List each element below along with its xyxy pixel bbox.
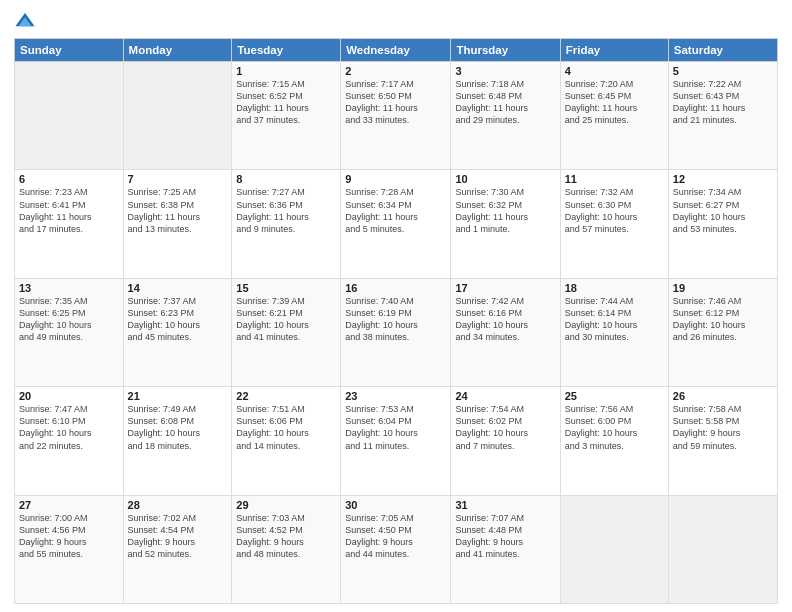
- cell-content: Sunrise: 7:15 AM Sunset: 6:52 PM Dayligh…: [236, 78, 336, 127]
- calendar-cell: 1Sunrise: 7:15 AM Sunset: 6:52 PM Daylig…: [232, 62, 341, 170]
- day-number: 4: [565, 65, 664, 77]
- calendar-cell: [560, 495, 668, 603]
- cell-content: Sunrise: 7:27 AM Sunset: 6:36 PM Dayligh…: [236, 186, 336, 235]
- cell-content: Sunrise: 7:18 AM Sunset: 6:48 PM Dayligh…: [455, 78, 555, 127]
- day-number: 10: [455, 173, 555, 185]
- day-header-friday: Friday: [560, 39, 668, 62]
- calendar-cell: 7Sunrise: 7:25 AM Sunset: 6:38 PM Daylig…: [123, 170, 232, 278]
- cell-content: Sunrise: 7:51 AM Sunset: 6:06 PM Dayligh…: [236, 403, 336, 452]
- calendar-cell: 12Sunrise: 7:34 AM Sunset: 6:27 PM Dayli…: [668, 170, 777, 278]
- calendar-cell: [15, 62, 124, 170]
- day-number: 5: [673, 65, 773, 77]
- day-number: 28: [128, 499, 228, 511]
- calendar-cell: 26Sunrise: 7:58 AM Sunset: 5:58 PM Dayli…: [668, 387, 777, 495]
- calendar-cell: 15Sunrise: 7:39 AM Sunset: 6:21 PM Dayli…: [232, 278, 341, 386]
- cell-content: Sunrise: 7:44 AM Sunset: 6:14 PM Dayligh…: [565, 295, 664, 344]
- cell-content: Sunrise: 7:39 AM Sunset: 6:21 PM Dayligh…: [236, 295, 336, 344]
- calendar-cell: 31Sunrise: 7:07 AM Sunset: 4:48 PM Dayli…: [451, 495, 560, 603]
- cell-content: Sunrise: 7:07 AM Sunset: 4:48 PM Dayligh…: [455, 512, 555, 561]
- day-number: 11: [565, 173, 664, 185]
- cell-content: Sunrise: 7:37 AM Sunset: 6:23 PM Dayligh…: [128, 295, 228, 344]
- day-number: 8: [236, 173, 336, 185]
- day-number: 20: [19, 390, 119, 402]
- week-row-3: 13Sunrise: 7:35 AM Sunset: 6:25 PM Dayli…: [15, 278, 778, 386]
- calendar-cell: [668, 495, 777, 603]
- cell-content: Sunrise: 7:40 AM Sunset: 6:19 PM Dayligh…: [345, 295, 446, 344]
- day-number: 18: [565, 282, 664, 294]
- cell-content: Sunrise: 7:17 AM Sunset: 6:50 PM Dayligh…: [345, 78, 446, 127]
- day-number: 30: [345, 499, 446, 511]
- day-number: 24: [455, 390, 555, 402]
- calendar-cell: 20Sunrise: 7:47 AM Sunset: 6:10 PM Dayli…: [15, 387, 124, 495]
- day-number: 1: [236, 65, 336, 77]
- calendar-cell: 27Sunrise: 7:00 AM Sunset: 4:56 PM Dayli…: [15, 495, 124, 603]
- week-row-1: 1Sunrise: 7:15 AM Sunset: 6:52 PM Daylig…: [15, 62, 778, 170]
- day-header-wednesday: Wednesday: [341, 39, 451, 62]
- cell-content: Sunrise: 7:28 AM Sunset: 6:34 PM Dayligh…: [345, 186, 446, 235]
- cell-content: Sunrise: 7:34 AM Sunset: 6:27 PM Dayligh…: [673, 186, 773, 235]
- calendar-cell: 18Sunrise: 7:44 AM Sunset: 6:14 PM Dayli…: [560, 278, 668, 386]
- logo: [14, 10, 38, 32]
- page: SundayMondayTuesdayWednesdayThursdayFrid…: [0, 0, 792, 612]
- calendar-cell: 4Sunrise: 7:20 AM Sunset: 6:45 PM Daylig…: [560, 62, 668, 170]
- cell-content: Sunrise: 7:56 AM Sunset: 6:00 PM Dayligh…: [565, 403, 664, 452]
- day-number: 15: [236, 282, 336, 294]
- cell-content: Sunrise: 7:54 AM Sunset: 6:02 PM Dayligh…: [455, 403, 555, 452]
- cell-content: Sunrise: 7:30 AM Sunset: 6:32 PM Dayligh…: [455, 186, 555, 235]
- calendar-cell: 22Sunrise: 7:51 AM Sunset: 6:06 PM Dayli…: [232, 387, 341, 495]
- calendar-cell: 25Sunrise: 7:56 AM Sunset: 6:00 PM Dayli…: [560, 387, 668, 495]
- calendar-cell: 24Sunrise: 7:54 AM Sunset: 6:02 PM Dayli…: [451, 387, 560, 495]
- day-number: 6: [19, 173, 119, 185]
- calendar-cell: 28Sunrise: 7:02 AM Sunset: 4:54 PM Dayli…: [123, 495, 232, 603]
- day-number: 2: [345, 65, 446, 77]
- cell-content: Sunrise: 7:00 AM Sunset: 4:56 PM Dayligh…: [19, 512, 119, 561]
- day-header-saturday: Saturday: [668, 39, 777, 62]
- cell-content: Sunrise: 7:32 AM Sunset: 6:30 PM Dayligh…: [565, 186, 664, 235]
- cell-content: Sunrise: 7:02 AM Sunset: 4:54 PM Dayligh…: [128, 512, 228, 561]
- day-number: 17: [455, 282, 555, 294]
- calendar-table: SundayMondayTuesdayWednesdayThursdayFrid…: [14, 38, 778, 604]
- cell-content: Sunrise: 7:42 AM Sunset: 6:16 PM Dayligh…: [455, 295, 555, 344]
- calendar-cell: 10Sunrise: 7:30 AM Sunset: 6:32 PM Dayli…: [451, 170, 560, 278]
- day-number: 19: [673, 282, 773, 294]
- calendar-cell: 14Sunrise: 7:37 AM Sunset: 6:23 PM Dayli…: [123, 278, 232, 386]
- day-number: 3: [455, 65, 555, 77]
- calendar-cell: 3Sunrise: 7:18 AM Sunset: 6:48 PM Daylig…: [451, 62, 560, 170]
- calendar-cell: [123, 62, 232, 170]
- cell-content: Sunrise: 7:53 AM Sunset: 6:04 PM Dayligh…: [345, 403, 446, 452]
- calendar-cell: 8Sunrise: 7:27 AM Sunset: 6:36 PM Daylig…: [232, 170, 341, 278]
- cell-content: Sunrise: 7:25 AM Sunset: 6:38 PM Dayligh…: [128, 186, 228, 235]
- day-number: 29: [236, 499, 336, 511]
- cell-content: Sunrise: 7:03 AM Sunset: 4:52 PM Dayligh…: [236, 512, 336, 561]
- day-number: 27: [19, 499, 119, 511]
- day-header-thursday: Thursday: [451, 39, 560, 62]
- cell-content: Sunrise: 7:22 AM Sunset: 6:43 PM Dayligh…: [673, 78, 773, 127]
- calendar-cell: 2Sunrise: 7:17 AM Sunset: 6:50 PM Daylig…: [341, 62, 451, 170]
- day-number: 12: [673, 173, 773, 185]
- day-header-tuesday: Tuesday: [232, 39, 341, 62]
- day-header-monday: Monday: [123, 39, 232, 62]
- week-row-2: 6Sunrise: 7:23 AM Sunset: 6:41 PM Daylig…: [15, 170, 778, 278]
- cell-content: Sunrise: 7:23 AM Sunset: 6:41 PM Dayligh…: [19, 186, 119, 235]
- day-number: 13: [19, 282, 119, 294]
- cell-content: Sunrise: 7:20 AM Sunset: 6:45 PM Dayligh…: [565, 78, 664, 127]
- calendar-cell: 30Sunrise: 7:05 AM Sunset: 4:50 PM Dayli…: [341, 495, 451, 603]
- calendar-cell: 16Sunrise: 7:40 AM Sunset: 6:19 PM Dayli…: [341, 278, 451, 386]
- calendar-cell: 29Sunrise: 7:03 AM Sunset: 4:52 PM Dayli…: [232, 495, 341, 603]
- day-number: 22: [236, 390, 336, 402]
- calendar-cell: 6Sunrise: 7:23 AM Sunset: 6:41 PM Daylig…: [15, 170, 124, 278]
- day-number: 9: [345, 173, 446, 185]
- header: [14, 10, 778, 32]
- cell-content: Sunrise: 7:05 AM Sunset: 4:50 PM Dayligh…: [345, 512, 446, 561]
- day-number: 23: [345, 390, 446, 402]
- cell-content: Sunrise: 7:47 AM Sunset: 6:10 PM Dayligh…: [19, 403, 119, 452]
- header-row: SundayMondayTuesdayWednesdayThursdayFrid…: [15, 39, 778, 62]
- logo-icon: [14, 10, 36, 32]
- calendar-cell: 21Sunrise: 7:49 AM Sunset: 6:08 PM Dayli…: [123, 387, 232, 495]
- calendar-cell: 19Sunrise: 7:46 AM Sunset: 6:12 PM Dayli…: [668, 278, 777, 386]
- day-header-sunday: Sunday: [15, 39, 124, 62]
- calendar-cell: 23Sunrise: 7:53 AM Sunset: 6:04 PM Dayli…: [341, 387, 451, 495]
- day-number: 25: [565, 390, 664, 402]
- calendar-cell: 9Sunrise: 7:28 AM Sunset: 6:34 PM Daylig…: [341, 170, 451, 278]
- week-row-4: 20Sunrise: 7:47 AM Sunset: 6:10 PM Dayli…: [15, 387, 778, 495]
